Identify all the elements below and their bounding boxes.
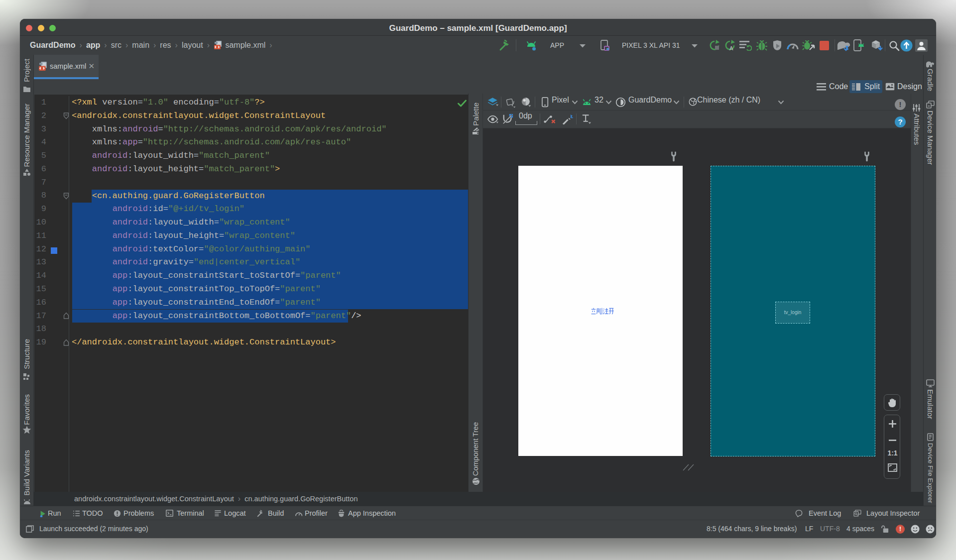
svg-text:A: A	[729, 45, 733, 51]
